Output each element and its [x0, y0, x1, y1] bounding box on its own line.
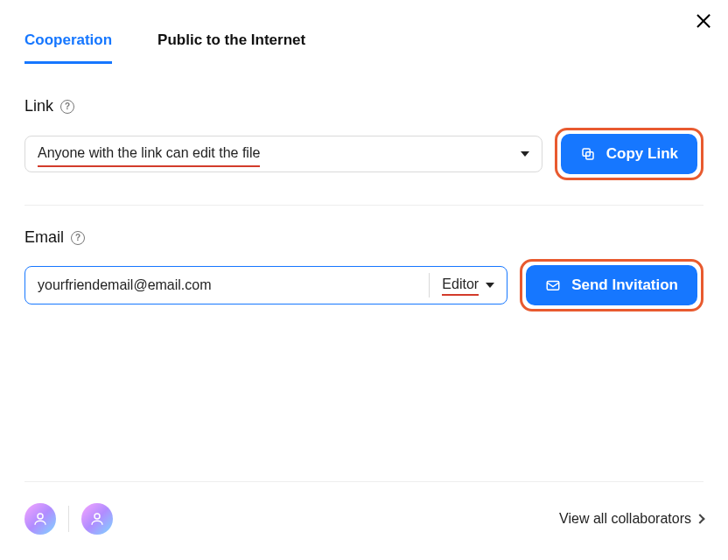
email-input-container: Editor [24, 266, 508, 304]
divider [24, 205, 704, 206]
view-all-collaborators-link[interactable]: View all collaborators [559, 511, 704, 527]
footer-divider [24, 481, 704, 482]
email-section-label: Email ? [24, 228, 704, 247]
link-help-icon[interactable]: ? [60, 100, 74, 114]
chevron-right-icon [695, 514, 704, 523]
chevron-down-icon [486, 283, 494, 288]
copy-link-label: Copy Link [606, 145, 678, 163]
link-section-label: Link ? [24, 97, 704, 116]
link-permission-value: Anyone with the link can edit the file [38, 141, 260, 167]
tab-public-internet[interactable]: Public to the Internet [158, 32, 305, 64]
close-button[interactable] [695, 12, 712, 30]
svg-point-3 [38, 514, 43, 519]
copy-link-highlight: Copy Link [555, 128, 704, 180]
permission-select[interactable]: Editor [429, 273, 503, 298]
send-invitation-button[interactable]: Send Invitation [526, 265, 697, 305]
avatar[interactable] [24, 503, 56, 535]
link-label-text: Link [24, 97, 53, 116]
email-label-text: Email [24, 228, 64, 247]
send-invitation-highlight: Send Invitation [520, 259, 704, 312]
view-all-label: View all collaborators [559, 511, 691, 527]
email-help-icon[interactable]: ? [71, 231, 85, 245]
send-invitation-label: Send Invitation [571, 276, 678, 294]
email-input[interactable] [38, 267, 429, 304]
copy-icon [580, 146, 596, 162]
collaborator-avatars [24, 503, 113, 535]
svg-point-4 [94, 514, 100, 519]
svg-rect-2 [547, 282, 559, 290]
avatar-separator [68, 506, 69, 532]
tab-cooperation[interactable]: Cooperation [24, 32, 112, 64]
chevron-down-icon [521, 151, 529, 157]
permission-value: Editor [442, 275, 479, 296]
avatar[interactable] [81, 503, 113, 535]
footer: View all collaborators [24, 481, 704, 535]
tabs: Cooperation Public to the Internet [24, 32, 704, 64]
copy-link-button[interactable]: Copy Link [561, 134, 697, 174]
link-permission-select[interactable]: Anyone with the link can edit the file [24, 136, 542, 172]
share-panel: Cooperation Public to the Internet Link … [0, 0, 728, 312]
mail-icon [545, 277, 561, 293]
